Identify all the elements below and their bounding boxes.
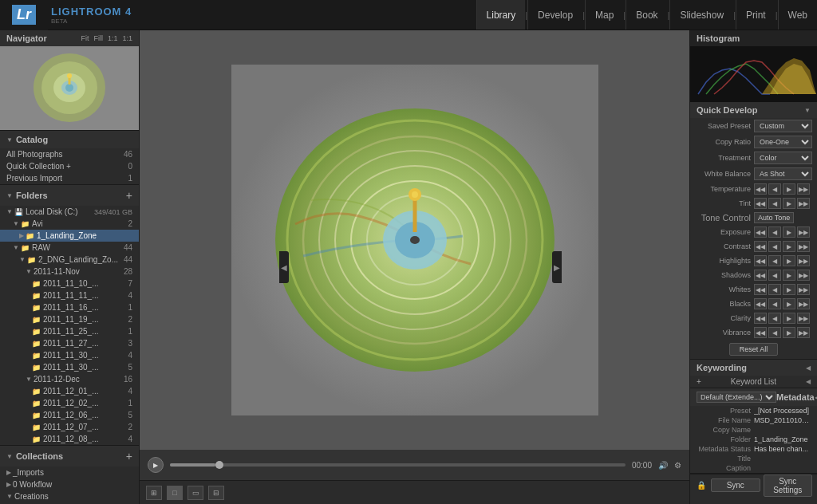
folder-landing-zone[interactable]: ▶ 📁 1_Landing_Zone (0, 230, 139, 242)
folder-nov-10[interactable]: 📁 2011_11_10_... 7 (0, 278, 139, 289)
folder-dec[interactable]: ▼ 2011-12-Dec 16 (0, 373, 139, 385)
qd-temp-r[interactable]: ▶ (783, 183, 795, 195)
catalog-item-quick[interactable]: Quick Collection + 0 (0, 160, 139, 172)
qd-saved-preset-select[interactable]: Custom (754, 120, 812, 132)
zoom-fit[interactable]: Fit (81, 34, 89, 42)
tab-web[interactable]: Web (778, 0, 817, 30)
qd-header[interactable]: Quick Develop ▼ (690, 102, 817, 118)
collection-creations[interactable]: ▼ Creations (0, 490, 139, 502)
qd-wh-r[interactable]: ▶ (783, 284, 795, 295)
video-speaker[interactable]: 🔊 (658, 461, 668, 470)
folder-dec-08[interactable]: 📁 2011_12_08_... 4 (0, 433, 139, 445)
qd-copy-ratio-select[interactable]: One-One (754, 136, 812, 148)
qd-cont-rr[interactable]: ▶▶ (797, 241, 810, 252)
folder-nov-30a[interactable]: 📁 2011_11_30_... 4 (0, 349, 139, 361)
qd-treatment-select[interactable]: Color (754, 152, 812, 164)
qd-cl-rr[interactable]: ▶▶ (797, 313, 810, 324)
catalog-header[interactable]: ▼ Catalog (0, 131, 139, 148)
qd-vib-l[interactable]: ◀ (768, 327, 781, 338)
tab-develop[interactable]: Develop (527, 0, 582, 30)
qd-temp-rr[interactable]: ▶▶ (797, 183, 810, 195)
collections-header[interactable]: ▼ Collections + (0, 446, 139, 467)
zoom-fill[interactable]: Fill (93, 34, 103, 42)
qd-bl-r[interactable]: ▶ (783, 298, 795, 309)
qd-sh-rr[interactable]: ▶▶ (797, 270, 810, 281)
zoom-custom[interactable]: 1:1 (122, 34, 132, 42)
view-survey[interactable]: ⊟ (208, 486, 224, 500)
qd-cl-l[interactable]: ◀ (768, 313, 781, 324)
qd-wh-ll[interactable]: ◀◀ (754, 284, 767, 295)
folder-raw[interactable]: ▼ 📁 RAW 44 (0, 242, 139, 254)
catalog-item-prev[interactable]: Previous Import 1 (0, 172, 139, 184)
folder-nov-25[interactable]: 📁 2011_11_25_... 1 (0, 325, 139, 337)
qd-wh-rr[interactable]: ▶▶ (797, 284, 810, 295)
qd-wb-select[interactable]: As Shot (754, 167, 812, 180)
meta-header[interactable]: Default (Extende...) Metadata ◀ (690, 388, 817, 406)
qd-exp-r[interactable]: ▶ (783, 226, 795, 238)
qd-vib-ll[interactable]: ◀◀ (754, 327, 767, 338)
collection-workflow[interactable]: ▶ 0 Workflow (0, 478, 139, 490)
folder-nov-27[interactable]: 📁 2011_11_27_... 3 (0, 337, 139, 349)
folder-nov-30b[interactable]: 📁 2011_11_30_... 5 (0, 361, 139, 373)
qd-sh-ll[interactable]: ◀◀ (754, 270, 767, 281)
kw-header[interactable]: Keywording ◀ (690, 360, 817, 376)
qd-bl-ll[interactable]: ◀◀ (754, 298, 767, 309)
qd-tint-l[interactable]: ◀ (768, 198, 781, 209)
folder-nov-11[interactable]: 📁 2011_11_11_... 4 (0, 289, 139, 301)
tab-map[interactable]: Map (585, 0, 623, 30)
qd-vib-rr[interactable]: ▶▶ (797, 327, 810, 338)
left-panel-collapse[interactable]: ◀ (279, 251, 289, 283)
qd-temp-ll[interactable]: ◀◀ (754, 183, 767, 195)
qd-hi-rr[interactable]: ▶▶ (797, 255, 810, 266)
folder-local-disk[interactable]: ▼ 💾 Local Disk (C:) 349/401 GB (0, 206, 139, 218)
kw-add-button[interactable]: + (697, 377, 701, 386)
qd-bl-l[interactable]: ◀ (768, 298, 781, 309)
folder-avi[interactable]: ▼ 📁 Avi 2 (0, 218, 139, 230)
view-loupe[interactable]: □ (167, 486, 183, 500)
collection-imports[interactable]: ▶ _Imports (0, 467, 139, 478)
progress-bar[interactable] (170, 463, 626, 467)
qd-auto-tone-button[interactable]: Auto Tone (754, 212, 794, 223)
qd-exp-rr[interactable]: ▶▶ (797, 226, 810, 238)
catalog-item-all[interactable]: All Photographs 46 (0, 148, 139, 160)
folders-header[interactable]: ▼ Folders + (0, 185, 139, 206)
qd-cl-ll[interactable]: ◀◀ (754, 313, 767, 324)
progress-dot[interactable] (215, 461, 223, 469)
right-panel-collapse[interactable]: ▶ (552, 251, 562, 283)
navigator-header[interactable]: Navigator Fit Fill 1:1 1:1 (0, 30, 139, 46)
qd-hi-r[interactable]: ▶ (783, 255, 795, 266)
qd-cl-r[interactable]: ▶ (783, 313, 795, 324)
view-compare[interactable]: ▭ (187, 486, 203, 500)
qd-tint-r[interactable]: ▶ (783, 198, 795, 209)
qd-hi-l[interactable]: ◀ (768, 255, 781, 266)
qd-cont-ll[interactable]: ◀◀ (754, 241, 767, 252)
qd-cont-l[interactable]: ◀ (768, 241, 781, 252)
qd-hi-ll[interactable]: ◀◀ (754, 255, 767, 266)
folder-nov-19[interactable]: 📁 2011_11_19_... 2 (0, 313, 139, 325)
folder-nov[interactable]: ▼ 2011-11-Nov 28 (0, 266, 139, 278)
folder-dec-07[interactable]: 📁 2011_12_07_... 2 (0, 421, 139, 433)
tab-library[interactable]: Library (476, 0, 526, 30)
qd-bl-rr[interactable]: ▶▶ (797, 298, 810, 309)
view-grid[interactable]: ⊞ (146, 486, 162, 500)
qd-sh-r[interactable]: ▶ (783, 270, 795, 281)
sync-button[interactable]: Sync (711, 478, 760, 492)
video-settings[interactable]: ⚙ (674, 461, 681, 470)
folder-dng[interactable]: ▼ 📁 2_DNG_Landing_Zo... 44 (0, 254, 139, 266)
zoom-1-1[interactable]: 1:1 (108, 34, 118, 42)
qd-cont-r[interactable]: ▶ (783, 241, 795, 252)
histogram-header[interactable]: Histogram (690, 30, 817, 46)
collections-add[interactable]: + (126, 450, 132, 463)
tab-slideshow[interactable]: Slideshow (669, 0, 733, 30)
reset-all-button[interactable]: Reset All (729, 343, 779, 356)
play-button[interactable]: ▶ (148, 457, 164, 473)
qd-temp-l[interactable]: ◀ (768, 183, 781, 195)
qd-exp-l[interactable]: ◀ (768, 226, 781, 238)
qd-sh-l[interactable]: ◀ (768, 270, 781, 281)
qd-wh-l[interactable]: ◀ (768, 284, 781, 295)
metadata-preset-select[interactable]: Default (Extende...) (697, 392, 776, 403)
folder-nov-16[interactable]: 📁 2011_11_16_... 1 (0, 301, 139, 313)
sync-settings-button[interactable]: Sync Settings (764, 474, 813, 497)
qd-vib-r[interactable]: ▶ (783, 327, 795, 338)
qd-tint-rr[interactable]: ▶▶ (797, 198, 810, 209)
